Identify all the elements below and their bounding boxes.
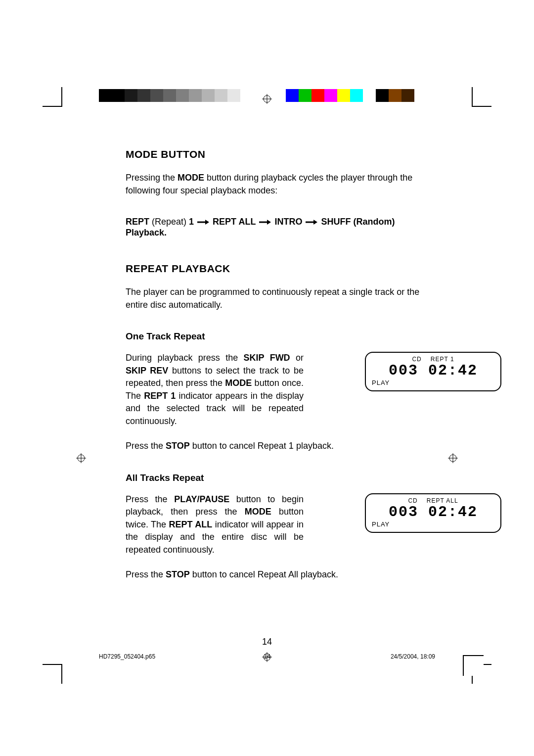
- arrow-right-icon: [259, 217, 271, 228]
- color-ramp: [286, 89, 414, 102]
- one-track-paragraph: During playback press the SKIP FWD or SK…: [126, 352, 304, 427]
- registration-cross-icon: [262, 652, 272, 662]
- lcd-play-indicator: PLAY: [372, 379, 494, 386]
- crop-mark: [472, 87, 473, 106]
- crop-mark: [43, 664, 62, 665]
- registration-cross-icon: [262, 94, 272, 104]
- heading-repeat-playback: REPEAT PLAYBACK: [126, 263, 432, 275]
- crop-mark: [61, 87, 62, 106]
- registration-cross-icon: [76, 453, 86, 463]
- registration-cross-icon: [448, 453, 458, 463]
- lcd-display-rept-all: CDREPT ALL 003 02:42 PLAY: [365, 493, 501, 533]
- svg-marker-12: [267, 220, 271, 225]
- all-tracks-cancel: Press the STOP button to cancel Repeat A…: [126, 568, 432, 581]
- heading-mode-button: MODE BUTTON: [126, 148, 432, 160]
- lcd-top-line: CDREPT ALL: [372, 497, 494, 504]
- repeat-intro-paragraph: The player can be programmed to continuo…: [126, 285, 432, 311]
- all-tracks-block: Press the PLAY/PAUSE button to begin pla…: [126, 493, 432, 557]
- all-tracks-paragraph: Press the PLAY/PAUSE button to begin pla…: [126, 493, 304, 557]
- one-track-block: During playback press the SKIP FWD or SK…: [126, 352, 432, 427]
- arrow-right-icon: [197, 217, 209, 228]
- heading-all-tracks-repeat: All Tracks Repeat: [126, 472, 432, 483]
- greyscale-ramp: [99, 89, 253, 102]
- lcd-top-line: CDREPT 1: [372, 356, 494, 363]
- crop-mark: [472, 106, 491, 107]
- page-number: 14: [0, 637, 534, 647]
- print-registration-top: [0, 89, 534, 114]
- print-registration-bottom: [0, 647, 534, 682]
- arrow-right-icon: [306, 217, 317, 228]
- heading-one-track-repeat: One Track Repeat: [126, 331, 432, 342]
- lcd-play-indicator: PLAY: [372, 520, 494, 528]
- crop-mark: [463, 655, 484, 676]
- mode-cycle-sequence: REPT (Repeat) 1 REPT ALL INTRO SHUFF (Ra…: [126, 217, 432, 238]
- lcd-segment-readout: 003 02:42: [372, 504, 494, 520]
- crop-mark: [61, 665, 62, 684]
- svg-marker-14: [313, 220, 317, 225]
- page-content: MODE BUTTON Pressing the MODE button dur…: [126, 148, 432, 601]
- svg-marker-10: [205, 220, 209, 225]
- crop-mark: [43, 106, 62, 107]
- lcd-display-rept1: CDREPT 1 003 02:42 PLAY: [365, 352, 501, 391]
- mode-intro-paragraph: Pressing the MODE button during playback…: [126, 171, 432, 197]
- lcd-segment-readout: 003 02:42: [372, 363, 494, 379]
- one-track-cancel: Press the STOP button to cancel Repeat 1…: [126, 439, 432, 452]
